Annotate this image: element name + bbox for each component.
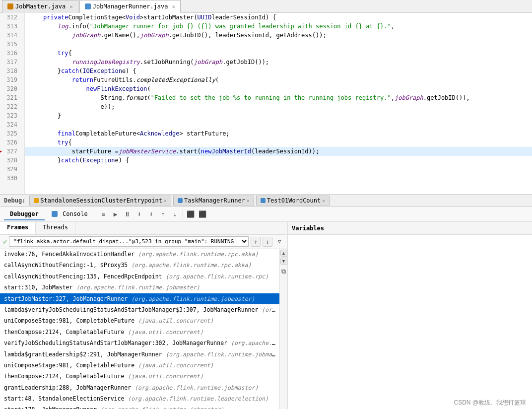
line-323: 323 xyxy=(0,111,20,120)
watermark: CSDN @教练、我想打篮球 xyxy=(454,399,526,407)
debug-label: Debug: xyxy=(4,197,25,204)
line-322: 322 xyxy=(0,102,20,111)
debug-tab-test01-label: Test01WordCount xyxy=(267,197,321,204)
line-320: 320 xyxy=(0,84,20,93)
scroll-controls: ▲ ▼ ⧉ xyxy=(279,249,287,409)
code-line-325: final CompletableFuture<Acknowledge> sta… xyxy=(25,129,532,138)
scroll-down[interactable]: ▼ xyxy=(280,258,287,265)
debug-icon-task-manager xyxy=(178,198,183,203)
panel-tab-threads[interactable]: Threads xyxy=(36,222,75,234)
line-318: 318 xyxy=(0,67,20,75)
code-line-324 xyxy=(25,120,532,129)
left-panel: Frames Threads ✓ "flink-akka.actor.defau… xyxy=(0,222,288,409)
tab-job-master[interactable]: JobMaster.java × xyxy=(2,0,78,13)
toolbar-btn-step-out[interactable]: ↑ xyxy=(158,209,169,220)
line-314: 314 xyxy=(0,31,20,40)
panel-tabs: Frames Threads xyxy=(0,222,287,235)
tab-label-job-manager-runner: JobManagerRunner.java xyxy=(93,3,168,10)
close-test01[interactable]: × xyxy=(322,198,325,204)
code-line-323: } xyxy=(25,111,532,120)
close-task-manager[interactable]: × xyxy=(247,198,250,204)
frame-item-11[interactable]: uniComposeStage:981, CompletableFuture (… xyxy=(0,360,279,371)
frame-item-12[interactable]: thenCompose:2124, CompletableFuture (jav… xyxy=(0,371,279,382)
frame-item-3[interactable]: callAsyncWithoutFencing:135, FencedRpcEn… xyxy=(0,271,279,282)
frame-item-1[interactable]: invoke:76, FencedAkkaInvocationHandler (… xyxy=(0,249,279,260)
tab-job-manager-runner[interactable]: JobManagerRunner.java × xyxy=(79,0,181,13)
debug-tab-standalone[interactable]: StandaloneSessionClusterEntrypoint × xyxy=(29,196,171,205)
panel-tab-frames[interactable]: Frames xyxy=(0,222,36,234)
toolbar-btn-resume[interactable]: ▶ xyxy=(110,209,121,220)
thread-nav-up[interactable]: ↑ xyxy=(251,237,261,247)
right-panel: Variables xyxy=(288,222,532,409)
tab-icon-job-manager-runner xyxy=(85,3,91,9)
frames-list[interactable]: invoke:76, FencedAkkaInvocationHandler (… xyxy=(0,249,279,409)
tab-bar: JobMaster.java × JobManagerRunner.java × xyxy=(0,0,532,13)
frame-item-2[interactable]: callAsyncWithoutFencing:-1, $Proxy35 (or… xyxy=(0,260,279,271)
debug-tab-standalone-label: StandaloneSessionClusterEntrypoint xyxy=(40,197,162,204)
toolbar-btn-evaluate[interactable]: ⬛ xyxy=(185,209,196,220)
line-321: 321 xyxy=(0,93,20,102)
frame-item-9[interactable]: verifyJobSchedulingStatusAndStartJobMana… xyxy=(0,338,279,348)
toolbar-btn-menu[interactable]: ≡ xyxy=(98,209,109,220)
line-327: ▶327 xyxy=(0,147,20,156)
debug-content: Frames Threads ✓ "flink-akka.actor.defau… xyxy=(0,222,532,409)
copy-btn[interactable]: ⧉ xyxy=(281,268,286,275)
code-line-321: String.format("Failed to set the job %s … xyxy=(25,93,532,102)
toolbar-btn-step-into[interactable]: ⬇ xyxy=(146,209,157,220)
frame-item-14[interactable]: start:48, StandaloneElectionService (org… xyxy=(0,393,279,404)
line-329: 329 xyxy=(0,165,20,174)
tab-close-job-master[interactable]: × xyxy=(69,3,73,10)
debug-tab-task-manager-label: TaskManagerRunner xyxy=(184,197,245,204)
code-line-326: try { xyxy=(25,138,532,147)
frame-item-5[interactable]: startJobMaster:327, JobManagerRunner (or… xyxy=(0,293,279,304)
code-line-317: runningJobsRegistry.setJobRunning(jobGra… xyxy=(25,58,532,67)
frame-item-8[interactable]: thenCompose:2124, CompletableFuture (jav… xyxy=(0,327,279,338)
line-324: 324 xyxy=(0,120,20,129)
code-line-318: } catch (IOException e) { xyxy=(25,67,532,75)
toolbar-btn-run-cursor[interactable]: ↓ xyxy=(170,209,181,220)
line-325: 325 xyxy=(0,129,20,138)
tab-debugger[interactable]: Debugger xyxy=(4,208,45,220)
separator-1 xyxy=(96,210,96,219)
frame-item-7[interactable]: uniComposeStage:981, CompletableFuture (… xyxy=(0,315,279,326)
frame-item-13[interactable]: grantLeadership:288, JobManagerRunner (o… xyxy=(0,382,279,393)
line-326: 326 xyxy=(0,138,20,147)
toolbar-btn-step-over[interactable]: ⬇ xyxy=(134,209,145,220)
debugger-toolbar: Debugger Console ≡ ▶ ⏸ ⬇ ⬇ ↑ ↓ ⬛ ⬛ xyxy=(0,207,532,222)
line-315: 315 xyxy=(0,40,20,49)
code-line-316: try { xyxy=(25,49,532,58)
console-icon xyxy=(52,211,58,217)
debug-icon-test01 xyxy=(261,198,266,203)
variables-header: Variables xyxy=(288,222,532,235)
code-content[interactable]: private CompletionStage<Void> startJobMa… xyxy=(25,13,532,194)
debug-tab-task-manager[interactable]: TaskManagerRunner × xyxy=(173,196,254,205)
code-line-327: startFuture = jobMasterService.start(new… xyxy=(25,147,532,156)
tab-console[interactable]: Console xyxy=(46,208,94,220)
line-328: 328 xyxy=(0,156,20,165)
toolbar-btn-pause[interactable]: ⏸ xyxy=(122,209,133,220)
line-316: 316 xyxy=(0,49,20,58)
toolbar-btn-trace[interactable]: ⬛ xyxy=(197,209,208,220)
debug-tab-test01[interactable]: Test01WordCount × xyxy=(256,196,330,205)
thread-nav-down[interactable]: ↓ xyxy=(263,237,272,247)
code-editor: 312 313 314 315 316 317 318 319 320 321 … xyxy=(0,13,532,194)
thread-dropdown[interactable]: "flink-akka.actor.default-dispat..."@3,5… xyxy=(9,236,249,247)
line-330: 330 xyxy=(0,174,20,183)
scroll-up[interactable]: ▲ xyxy=(280,250,287,257)
tab-close-job-manager-runner[interactable]: × xyxy=(172,3,176,10)
line-313: 313 xyxy=(0,22,20,31)
code-line-312: private CompletionStage<Void> startJobMa… xyxy=(25,13,532,22)
variables-content xyxy=(288,235,532,409)
thread-check-icon: ✓ xyxy=(3,238,7,246)
close-standalone[interactable]: × xyxy=(164,198,167,204)
frame-item-10[interactable]: lambda$grantLeadership$2:291, JobManager… xyxy=(0,349,279,360)
line-317: 317 xyxy=(0,58,20,67)
code-line-313: log.info("JobManager runner for job {} (… xyxy=(25,22,532,31)
tab-icon-job-master xyxy=(7,3,13,9)
code-line-319: return FutureUtils.completedExceptionall… xyxy=(25,75,532,84)
frame-item-15[interactable]: start:178, JobManagerRunner (org.apache.… xyxy=(0,404,279,409)
line-319: 319 xyxy=(0,75,20,84)
frame-item-4[interactable]: start:310, JobMaster (org.apache.flink.r… xyxy=(0,282,279,293)
frame-item-6[interactable]: lambda$verifyJobSchedulingStatusAndStart… xyxy=(0,304,279,315)
thread-filter[interactable]: ▽ xyxy=(274,237,284,247)
